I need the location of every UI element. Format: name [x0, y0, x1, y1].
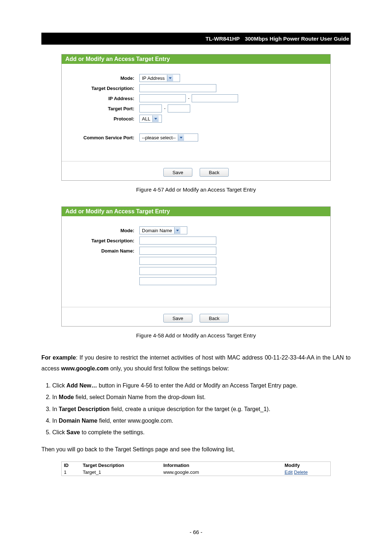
domain-name-input-1[interactable]	[139, 247, 216, 255]
back-button[interactable]: Back	[200, 168, 229, 177]
back-button-label: Back	[209, 170, 220, 175]
delete-link[interactable]: Delete	[294, 469, 308, 475]
ip-address-to-input[interactable]	[192, 94, 238, 102]
range-dash: -	[188, 96, 189, 101]
target-list-table: ID Target Description Information Modify…	[61, 461, 331, 476]
step-5: Click Save to complete the settings.	[52, 427, 351, 438]
step-1: Click Add New… button in Figure 4-56 to …	[52, 380, 351, 391]
figure-caption-4-57: Figure 4-57 Add or Modify an Access Targ…	[41, 186, 351, 193]
common-service-port-select[interactable]: --please select--	[139, 134, 198, 141]
protocol-select[interactable]: ALL	[139, 115, 162, 123]
svg-marker-3	[176, 230, 179, 231]
label-domain-name: Domain Name:	[65, 247, 139, 254]
ip-address-from-input[interactable]	[139, 94, 186, 102]
edit-link[interactable]: Edit	[285, 469, 293, 475]
model-label: TL-WR841HP	[203, 36, 245, 42]
example-paragraph: For example: If you desire to restrict t…	[41, 352, 351, 374]
step-3: In Target Description field, create a un…	[52, 404, 351, 415]
label-target-description: Target Description:	[65, 238, 139, 243]
chevron-down-icon	[152, 115, 159, 122]
chevron-down-icon	[178, 134, 184, 141]
save-button[interactable]: Save	[163, 168, 192, 177]
protocol-value: ALL	[140, 116, 152, 122]
save-button[interactable]: Save	[163, 314, 192, 323]
header-rule	[41, 44, 351, 45]
mode-value: IP Address	[140, 75, 167, 81]
guide-subtitle: 300Mbps High Power Router User Guide	[245, 36, 349, 42]
svg-marker-2	[180, 137, 183, 139]
target-description-input[interactable]	[139, 84, 216, 92]
paragraph-text: only, you should first follow the settin…	[109, 365, 229, 372]
cell-modify: Edit Delete	[282, 469, 330, 476]
svg-marker-0	[169, 77, 172, 79]
chevron-down-icon	[167, 75, 173, 81]
th-target-description: Target Description	[81, 462, 161, 469]
mode-select[interactable]: IP Address	[139, 74, 180, 82]
back-button-label: Back	[209, 316, 220, 321]
th-modify: Modify	[282, 462, 330, 469]
target-port-to-input[interactable]	[168, 104, 190, 112]
step-4: In Domain Name field, enter www.google.c…	[52, 415, 351, 426]
domain-name-input-3[interactable]	[139, 267, 216, 275]
step-2: In Mode field, select Domain Name from t…	[52, 392, 351, 403]
chevron-down-icon	[174, 227, 180, 234]
common-service-port-value: --please select--	[140, 135, 178, 140]
table-row: 1 Target_1 www.google.com Edit Delete	[62, 469, 330, 476]
after-steps-paragraph: Then you will go back to the Target Sett…	[41, 444, 351, 455]
label-ip-address: IP Address:	[65, 96, 139, 101]
cell-target-description: Target_1	[81, 469, 161, 476]
range-dash: -	[164, 106, 166, 111]
label-target-description: Target Description:	[65, 86, 139, 91]
page-header: TL-WR841HP 300Mbps High Power Router Use…	[41, 33, 351, 44]
label-target-port: Target Port:	[65, 106, 139, 111]
figure-4-58: Add or Modify an Access Target Entry Mod…	[61, 206, 331, 327]
back-button[interactable]: Back	[200, 314, 229, 323]
mode-value: Domain Name	[140, 228, 174, 233]
save-button-label: Save	[172, 170, 183, 175]
target-port-from-input[interactable]	[139, 104, 162, 112]
domain-example: www.google.com	[61, 365, 109, 372]
target-description-input[interactable]	[139, 237, 216, 245]
cell-information: www.google.com	[161, 469, 282, 476]
for-example-label: For example	[41, 354, 76, 361]
th-information: Information	[161, 462, 282, 469]
steps-list: Click Add New… button in Figure 4-56 to …	[41, 380, 351, 438]
panel-title: Add or Modify an Access Target Entry	[62, 54, 330, 64]
th-id: ID	[62, 462, 81, 469]
label-mode: Mode:	[65, 228, 139, 233]
cell-id: 1	[62, 469, 81, 476]
label-mode: Mode:	[65, 75, 139, 81]
label-protocol: Protocol:	[65, 116, 139, 122]
figure-4-57: Add or Modify an Access Target Entry Mod…	[61, 54, 331, 181]
figure-caption-4-58: Figure 4-58 Add or Modify an Access Targ…	[41, 332, 351, 338]
page-number: - 66 -	[41, 529, 351, 535]
label-common-service-port: Common Service Port:	[65, 135, 139, 140]
domain-name-input-4[interactable]	[139, 277, 216, 285]
panel-title: Add or Modify an Access Target Entry	[62, 207, 330, 216]
domain-name-input-2[interactable]	[139, 257, 216, 265]
mode-select[interactable]: Domain Name	[139, 226, 187, 234]
svg-marker-1	[154, 118, 157, 120]
save-button-label: Save	[172, 316, 183, 321]
